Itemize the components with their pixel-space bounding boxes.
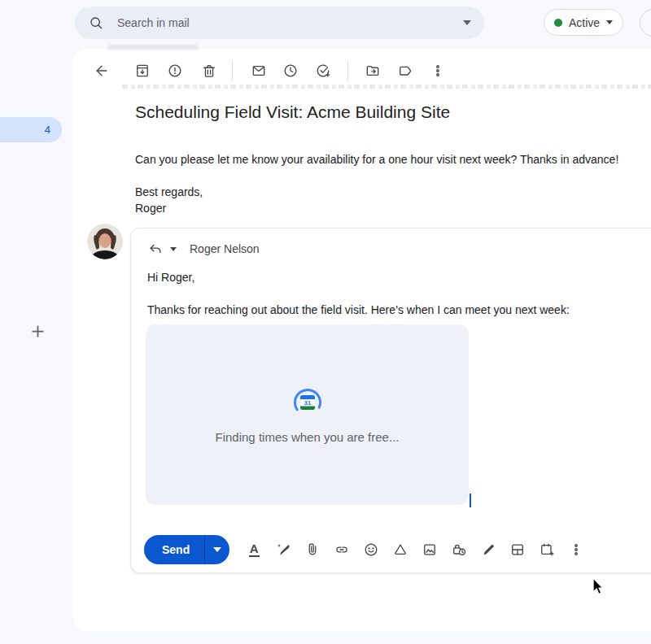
send-button-group[interactable]: Send [144, 535, 229, 564]
search-input[interactable]: Search in mail [117, 16, 463, 29]
mouse-cursor [591, 577, 605, 598]
active-status-dot [554, 19, 562, 27]
add-to-tasks-icon[interactable] [315, 63, 331, 79]
send-button[interactable]: Send [144, 535, 204, 564]
email-body: Can you please let me know your availabi… [135, 151, 618, 168]
layouts-icon[interactable] [509, 542, 526, 558]
status-selector[interactable]: Active [544, 9, 623, 36]
formatting-options-icon[interactable]: A [246, 542, 262, 558]
snooze-icon[interactable] [282, 63, 299, 79]
insert-signature-icon[interactable] [480, 542, 496, 558]
compose-greeting[interactable]: Hi Roger, [147, 271, 194, 284]
reply-header[interactable]: Roger Nelson [147, 240, 260, 258]
search-options-dropdown-icon[interactable] [463, 20, 471, 25]
sidebar-inbox-selected[interactable]: 4 [0, 117, 62, 142]
toolbar-divider [347, 61, 348, 80]
text-cursor [470, 494, 471, 507]
calendar-propose-time-icon[interactable] [539, 542, 555, 558]
search-icon[interactable] [88, 15, 104, 31]
clipped-scrolled-text [122, 85, 651, 89]
archive-icon[interactable] [134, 63, 151, 79]
compose-toolbar: Send A [144, 535, 584, 564]
search-bar[interactable]: Search in mail [75, 7, 484, 39]
clipped-blurred-text [107, 45, 199, 50]
delete-icon[interactable] [201, 63, 217, 79]
reply-mode-dropdown-icon[interactable] [170, 247, 177, 251]
chevron-down-icon [606, 20, 613, 24]
status-label: Active [569, 16, 600, 29]
calendar-scheduler-placeholder: 31 Finding times when you are free... [146, 324, 469, 505]
toolbar-divider [232, 61, 233, 80]
email-signoff: Best regards, [135, 184, 203, 200]
move-to-icon[interactable] [365, 63, 381, 79]
insert-link-icon[interactable] [334, 542, 350, 558]
reply-icon[interactable] [147, 241, 164, 257]
reply-recipient: Roger Nelson [190, 242, 260, 255]
more-options-icon[interactable] [430, 63, 446, 79]
gmail-window: { "topbar": { "search": { "placeholder":… [0, 0, 651, 644]
help-me-write-icon[interactable] [275, 542, 291, 558]
google-calendar-loading-icon: 31 [291, 386, 324, 419]
more-send-options-icon[interactable] [568, 542, 584, 558]
insert-from-drive-icon[interactable] [392, 542, 409, 558]
email-sender-name: Roger [135, 200, 166, 216]
insert-emoji-icon[interactable] [363, 542, 379, 558]
label-icon[interactable] [397, 63, 413, 79]
email-subject: Scheduling Field Visit: Acme Building Si… [135, 102, 450, 122]
scheduler-status-text: Finding times when you are free... [216, 430, 400, 444]
inbox-unread-count: 4 [45, 124, 50, 136]
back-arrow-icon[interactable] [94, 63, 110, 79]
confidential-mode-icon[interactable] [451, 542, 467, 558]
attach-file-icon[interactable] [304, 542, 321, 558]
send-options-dropdown[interactable] [205, 535, 229, 564]
mark-unread-icon[interactable] [251, 63, 267, 79]
insert-photo-icon[interactable] [422, 542, 438, 558]
inline-reply-compose: Roger Nelson Hi Roger, Thanks for reachi… [130, 228, 651, 573]
profile-button-partial[interactable] [640, 9, 651, 37]
report-spam-icon[interactable] [167, 63, 183, 79]
compose-body-text[interactable]: Thanks for reaching out about the field … [147, 303, 570, 316]
add-icon[interactable] [29, 323, 46, 340]
avatar [87, 224, 123, 259]
